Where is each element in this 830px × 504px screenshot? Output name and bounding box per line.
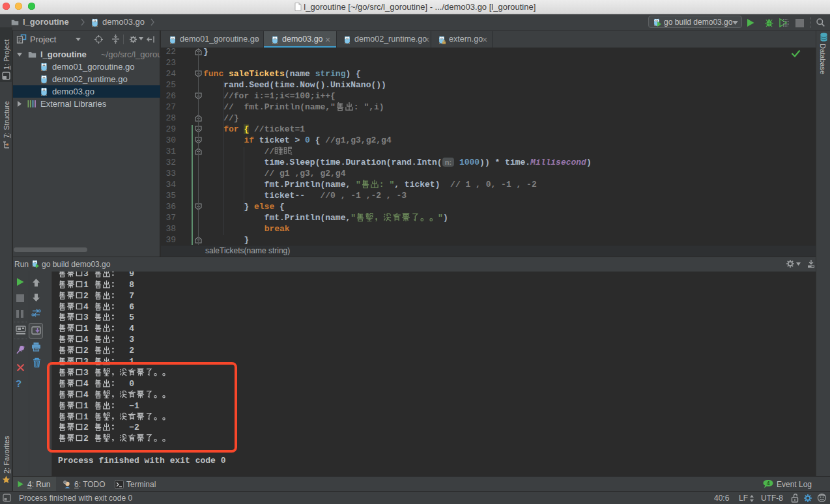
svg-text:4: 4 [767,480,770,486]
